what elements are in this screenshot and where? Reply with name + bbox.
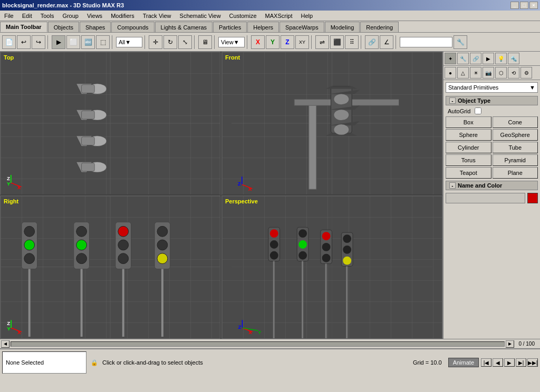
- rotate-button[interactable]: ↻: [163, 35, 177, 49]
- select-object-button[interactable]: ▶: [52, 35, 65, 49]
- menu-edit[interactable]: Edit: [20, 12, 34, 20]
- scale-button[interactable]: ⤡: [178, 35, 192, 49]
- render-scene-button[interactable]: 🖥: [198, 35, 212, 49]
- sphere-button[interactable]: Sphere: [446, 129, 491, 141]
- plane-button[interactable]: Plane: [493, 167, 538, 179]
- tube-button[interactable]: Tube: [493, 142, 538, 153]
- undo-button[interactable]: ↩: [17, 35, 31, 49]
- menu-schematic[interactable]: Schematic View: [178, 12, 223, 20]
- move-button[interactable]: ✛: [149, 35, 162, 49]
- cylinder-button[interactable]: Cylinder: [446, 142, 491, 153]
- edit-named-sel-button[interactable]: 🔧: [454, 35, 467, 49]
- titlebar-controls[interactable]: _ □ ×: [510, 2, 538, 9]
- snap-toggle-button[interactable]: 🔗: [365, 35, 379, 49]
- scroll-right-button[interactable]: ▶: [506, 340, 514, 348]
- tab-lights-cameras[interactable]: Lights & Cameras: [155, 22, 213, 32]
- menu-tools[interactable]: Tools: [38, 12, 56, 20]
- motion-icon[interactable]: ▶: [483, 53, 494, 64]
- object-name-input[interactable]: [446, 193, 525, 203]
- cone-button[interactable]: Cone: [493, 116, 538, 128]
- svg-point-76: [298, 229, 307, 238]
- animate-button[interactable]: Animate: [448, 358, 479, 367]
- teapot-button[interactable]: Teapot: [446, 167, 491, 179]
- scroll-track[interactable]: [11, 341, 505, 347]
- pyramid-button[interactable]: Pyramid: [493, 154, 538, 166]
- scroll-left-button[interactable]: ◀: [1, 340, 9, 348]
- named-selection-field[interactable]: [400, 37, 452, 47]
- go-to-start-button[interactable]: |◀: [481, 358, 491, 367]
- primitive-type-dropdown[interactable]: Standard Primitives ▼: [446, 82, 538, 93]
- svg-rect-25: [28, 269, 31, 337]
- geosphere-button[interactable]: GeoSphere: [493, 129, 538, 141]
- maximize-button[interactable]: □: [520, 2, 528, 9]
- tab-helpers[interactable]: Helpers: [247, 22, 279, 32]
- main-content-area: Top: [0, 52, 540, 339]
- menu-help[interactable]: Help: [299, 12, 315, 20]
- object-type-section-header[interactable]: - Object Type: [446, 96, 538, 105]
- viewport-perspective[interactable]: Perspective: [221, 195, 442, 339]
- tab-spacewarps[interactable]: SpaceWarps: [279, 22, 324, 32]
- tab-shapes[interactable]: Shapes: [80, 22, 111, 32]
- modify-icon[interactable]: 🔧: [457, 53, 469, 64]
- redo-button[interactable]: ↪: [32, 35, 45, 49]
- y-axis-button[interactable]: Y: [266, 35, 279, 49]
- lights-icon[interactable]: ☀: [470, 67, 481, 79]
- menu-views[interactable]: Views: [85, 12, 104, 20]
- menu-customize[interactable]: Customize: [227, 12, 259, 20]
- systems-icon[interactable]: ⚙: [520, 67, 532, 79]
- select-by-name-button[interactable]: 🔤: [81, 35, 95, 49]
- select-region-button[interactable]: ⬜: [66, 35, 80, 49]
- minimize-button[interactable]: _: [510, 2, 519, 9]
- window-crossing-button[interactable]: ⬚: [96, 35, 110, 49]
- torus-button[interactable]: Torus: [446, 154, 491, 166]
- selection-filter-dropdown[interactable]: All▼: [116, 37, 142, 47]
- menu-file[interactable]: File: [2, 12, 16, 20]
- color-swatch[interactable]: [527, 193, 538, 203]
- name-color-section-header[interactable]: - Name and Color: [446, 181, 538, 190]
- cameras-icon[interactable]: 📷: [483, 67, 494, 79]
- menu-trackview[interactable]: Track View: [141, 12, 173, 20]
- menu-group[interactable]: Group: [60, 12, 81, 20]
- tab-rendering[interactable]: Rendering: [360, 22, 399, 32]
- xy-axis-button[interactable]: XY: [295, 35, 309, 49]
- viewport-top[interactable]: Top: [0, 52, 220, 195]
- create-icon[interactable]: ✦: [445, 53, 456, 64]
- prev-frame-button[interactable]: ◀: [493, 358, 503, 367]
- z-axis-button[interactable]: Z: [281, 35, 294, 49]
- menubar: File Edit Tools Group Views Modifiers Tr…: [0, 11, 540, 21]
- close-button[interactable]: ×: [529, 2, 538, 9]
- menu-modifiers[interactable]: Modifiers: [109, 12, 137, 20]
- tab-particles[interactable]: Particles: [213, 22, 247, 32]
- menu-maxscript[interactable]: MAXScript: [263, 12, 295, 20]
- play-button[interactable]: ▶: [504, 358, 515, 367]
- array-button[interactable]: ⠿: [345, 35, 359, 49]
- display-icon[interactable]: 💡: [495, 53, 507, 64]
- viewport-front[interactable]: Front: [221, 52, 442, 195]
- box-button[interactable]: Box: [446, 116, 491, 128]
- viewport-right[interactable]: Right: [0, 195, 220, 339]
- autogrid-checkbox[interactable]: [475, 107, 481, 114]
- reference-coord-dropdown[interactable]: View▼: [218, 37, 245, 47]
- align-button[interactable]: ⬛: [330, 35, 344, 49]
- separator-3: [144, 35, 147, 49]
- new-scene-button[interactable]: 📄: [2, 35, 16, 49]
- tab-objects[interactable]: Objects: [48, 22, 79, 32]
- helpers-icon[interactable]: ⬡: [495, 67, 507, 79]
- x-axis-button[interactable]: X: [251, 35, 265, 49]
- hierarchy-icon[interactable]: 🔗: [470, 53, 481, 64]
- spacewarps-icon[interactable]: ⟲: [508, 67, 519, 79]
- next-frame-button[interactable]: ▶|: [516, 358, 526, 367]
- geometry-icon[interactable]: ●: [445, 67, 456, 79]
- angle-snap-button[interactable]: ∠: [380, 35, 393, 49]
- utilities-icon[interactable]: 🔩: [508, 53, 519, 64]
- go-to-end-button[interactable]: ▶▶|: [527, 358, 538, 367]
- mirror-button[interactable]: ⇌: [315, 35, 329, 49]
- svg-text:Y: Y: [7, 181, 11, 187]
- tab-main-toolbar[interactable]: Main Toolbar: [0, 22, 47, 32]
- tab-compounds[interactable]: Compounds: [111, 22, 154, 32]
- object-type-collapse-btn[interactable]: -: [449, 97, 456, 104]
- shapes-icon[interactable]: △: [457, 67, 469, 79]
- lock-icon: 🔒: [91, 359, 98, 366]
- tab-modeling[interactable]: Modeling: [325, 22, 360, 32]
- name-color-collapse-btn[interactable]: -: [449, 182, 456, 189]
